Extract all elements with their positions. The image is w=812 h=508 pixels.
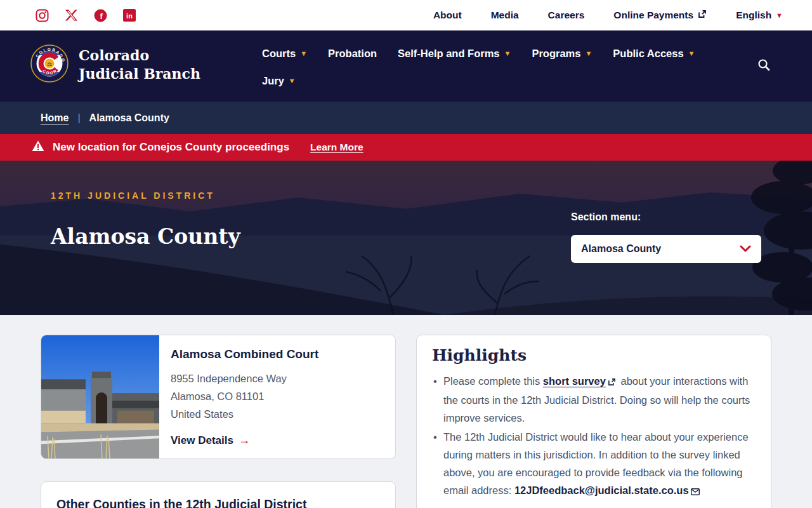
highlights-list: Please complete this short survey about … xyxy=(432,372,756,500)
other-counties-card: Other Counties in the 12th Judicial Dist… xyxy=(41,481,396,508)
utility-nav: About Media Careers Online Payments Engl… xyxy=(433,10,783,21)
svg-text:in: in xyxy=(126,12,133,20)
chevron-down-icon: ▼ xyxy=(585,50,592,57)
brand[interactable]: ⚖ COLORADO COURTS Colorado Judicial Bran… xyxy=(30,44,206,85)
x-twitter-icon[interactable] xyxy=(65,9,78,22)
hero-banner: 12TH JUDICIAL DISTRICT Alamosa County Se… xyxy=(0,161,812,315)
chevron-down-icon: ▼ xyxy=(688,50,695,57)
left-column: Alamosa Combined Court 8955 Independence… xyxy=(41,335,396,508)
colorado-courts-seal-logo: ⚖ COLORADO COURTS xyxy=(30,44,69,85)
instagram-icon[interactable] xyxy=(36,9,49,22)
chevron-down-icon: ▼ xyxy=(289,77,296,84)
short-survey-link[interactable]: short survey xyxy=(543,375,606,387)
chevron-down-icon: ▼ xyxy=(776,12,783,19)
nav-item-jury[interactable]: Jury▼ xyxy=(262,73,296,88)
chevron-down-icon: ▼ xyxy=(504,50,511,57)
section-menu-label: Section menu: xyxy=(571,211,641,223)
external-link-icon xyxy=(698,10,707,21)
language-selector[interactable]: English ▼ xyxy=(736,10,783,21)
alert-banner: New location for Conejos County proceedi… xyxy=(0,134,812,161)
chevron-down-icon: ▼ xyxy=(300,50,307,57)
nav-item-public-access[interactable]: Public Access▼ xyxy=(613,46,695,61)
alert-message: New location for Conejos County proceedi… xyxy=(53,141,289,154)
chevron-down-icon xyxy=(740,243,751,255)
main-content: Alamosa Combined Court 8955 Independence… xyxy=(0,315,812,508)
site-title: Colorado Judicial Branch xyxy=(79,46,206,84)
court-card: Alamosa Combined Court 8955 Independence… xyxy=(41,335,396,459)
alert-learn-more-link[interactable]: Learn More xyxy=(310,142,363,153)
nav-item-self-help-and-forms[interactable]: Self-Help and Forms▼ xyxy=(398,46,511,61)
nav-item-courts[interactable]: Courts▼ xyxy=(262,46,307,61)
section-menu-value: Alamosa County xyxy=(581,243,661,255)
highlights-card: Highlights Please complete this short su… xyxy=(416,335,771,508)
highlights-title: Highlights xyxy=(432,346,756,364)
court-address: 8955 Independence Way Alamosa, CO 81101 … xyxy=(171,370,318,423)
court-name: Alamosa Combined Court xyxy=(171,347,318,361)
main-nav: ⚖ COLORADO COURTS Colorado Judicial Bran… xyxy=(0,30,812,102)
page: f in About Media Careers Online Payments… xyxy=(0,0,812,508)
courthouse-photo xyxy=(41,335,159,458)
primary-menu: Courts▼ Probation Self-Help and Forms▼ P… xyxy=(262,46,700,88)
view-details-link[interactable]: View Details → xyxy=(171,434,250,447)
breadcrumb-home-link[interactable]: Home xyxy=(41,112,69,124)
linkedin-icon[interactable]: in xyxy=(123,9,136,22)
media-link[interactable]: Media xyxy=(491,10,519,21)
court-info: Alamosa Combined Court 8955 Independence… xyxy=(159,335,334,458)
other-counties-title: Other Counties in the 12th Judicial Dist… xyxy=(56,497,380,508)
utility-bar: f in About Media Careers Online Payments… xyxy=(0,0,812,30)
district-eyebrow: 12TH JUDICIAL DISTRICT xyxy=(51,190,215,201)
highlight-item: The 12th Judicial District would like to… xyxy=(432,428,756,500)
facebook-icon[interactable]: f xyxy=(94,9,107,22)
online-payments-link[interactable]: Online Payments xyxy=(613,10,707,21)
svg-text:f: f xyxy=(100,11,103,21)
nav-item-probation[interactable]: Probation xyxy=(328,46,377,61)
arrow-right-icon: → xyxy=(239,434,250,447)
about-link[interactable]: About xyxy=(433,10,462,21)
svg-text:⚖: ⚖ xyxy=(47,61,52,67)
careers-link[interactable]: Careers xyxy=(548,10,585,21)
section-menu-dropdown[interactable]: Alamosa County xyxy=(571,235,761,263)
breadcrumb-current: Alamosa County xyxy=(89,112,169,124)
page-title: Alamosa County xyxy=(51,224,240,249)
social-links: f in xyxy=(36,9,136,22)
breadcrumb: Home | Alamosa County xyxy=(0,102,812,134)
nav-item-programs[interactable]: Programs▼ xyxy=(532,46,592,61)
highlight-item: Please complete this short survey about … xyxy=(432,372,756,427)
external-link-icon xyxy=(608,373,616,391)
warning-icon xyxy=(32,140,44,154)
right-column: Highlights Please complete this short su… xyxy=(416,335,771,508)
breadcrumb-separator: | xyxy=(77,112,80,124)
feedback-email-link[interactable]: 12JDfeedback@judicial.state.co.us xyxy=(514,485,689,496)
email-icon xyxy=(691,483,700,500)
search-icon[interactable] xyxy=(757,58,770,73)
